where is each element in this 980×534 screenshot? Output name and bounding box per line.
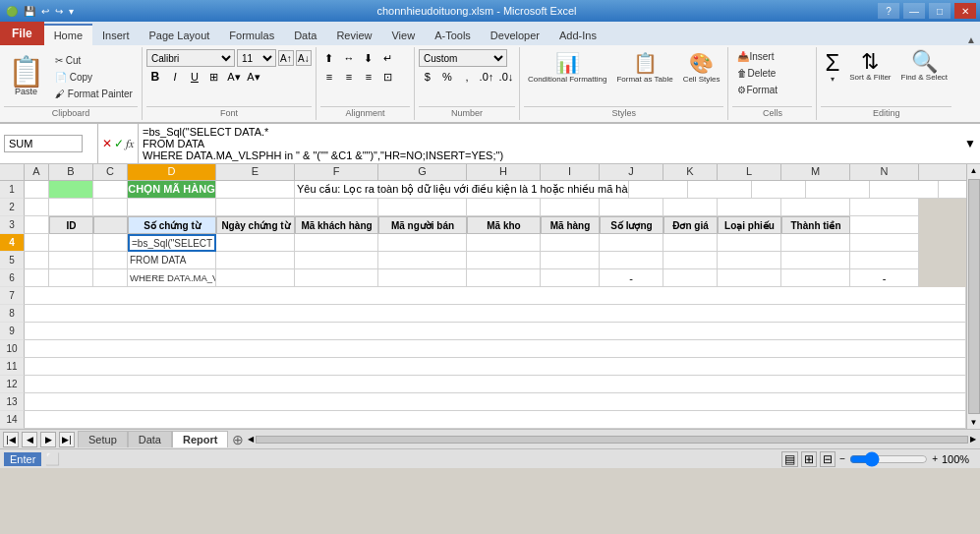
tab-first-btn[interactable]: |◀ <box>3 432 19 447</box>
underline-button[interactable]: U <box>186 68 203 86</box>
cell-F3-ma-khach-hang[interactable]: Mã khách hàng <box>295 216 378 234</box>
cell-K1[interactable] <box>752 181 806 199</box>
cell-B5[interactable] <box>49 252 93 269</box>
cell-row7[interactable] <box>25 287 966 305</box>
cell-J5[interactable] <box>600 252 663 269</box>
col-header-N[interactable]: N <box>850 164 919 180</box>
vertical-scrollbar[interactable]: ▲ ▼ <box>966 164 980 429</box>
tab-review[interactable]: Review <box>326 24 381 45</box>
align-left-btn[interactable]: ≡ <box>320 68 338 86</box>
cell-F1-instruction[interactable]: Yêu cầu: Lọc ra toàn bộ dữ liệu với điều… <box>295 181 629 199</box>
wrap-text-btn[interactable]: ↵ <box>379 49 397 67</box>
cell-B3-id[interactable]: ID <box>49 216 93 234</box>
tab-insert[interactable]: Insert <box>92 24 140 45</box>
cell-E3-ngay-chung-tu[interactable]: Ngày chứng từ <box>216 216 295 234</box>
cancel-formula-btn[interactable]: ✕ <box>102 137 112 150</box>
cell-B6[interactable] <box>49 269 93 287</box>
cell-row8[interactable] <box>25 305 966 323</box>
conditional-formatting-button[interactable]: 📊 Conditional Formatting <box>524 49 610 87</box>
align-middle-btn[interactable]: ↔ <box>340 49 358 67</box>
border-button[interactable]: ⊞ <box>205 68 223 86</box>
paste-button[interactable]: 📋 Paste <box>4 55 48 98</box>
cell-N1[interactable] <box>939 181 966 199</box>
cell-K6[interactable] <box>663 269 718 287</box>
copy-button[interactable]: 📄 Copy <box>50 70 138 85</box>
cell-M1[interactable] <box>870 181 939 199</box>
page-break-view-btn[interactable]: ⊟ <box>820 451 836 467</box>
save-quick-btn[interactable]: 💾 <box>22 6 37 17</box>
scroll-left-btn[interactable]: ◀ <box>248 435 254 444</box>
autosum-button[interactable]: Σ ▾ <box>821 49 843 86</box>
col-header-A[interactable]: A <box>25 164 49 180</box>
cell-J4[interactable] <box>600 234 663 252</box>
col-header-I[interactable]: I <box>541 164 600 180</box>
tab-developer[interactable]: Developer <box>481 24 549 45</box>
number-format-select[interactable]: Custom <box>419 49 507 67</box>
cell-I5[interactable] <box>541 252 600 269</box>
page-layout-view-btn[interactable]: ⊞ <box>801 451 817 467</box>
cell-D1-btn[interactable]: CHỌN MÃ HÀNG <box>128 181 216 199</box>
delete-cells-btn[interactable]: 🗑 Delete <box>732 66 812 81</box>
normal-view-btn[interactable]: ▤ <box>781 451 798 467</box>
sheet-tab-setup[interactable]: Setup <box>78 431 128 447</box>
cell-row14[interactable] <box>25 411 966 429</box>
cell-D5-formula[interactable]: FROM DATA <box>128 252 216 269</box>
cell-K5[interactable] <box>663 252 718 269</box>
italic-button[interactable]: I <box>166 68 184 86</box>
col-header-D[interactable]: D <box>128 164 216 180</box>
tab-add-ins[interactable]: Add-Ins <box>549 24 606 45</box>
cell-M3-thanh-tien[interactable]: Thành tiền <box>781 216 850 234</box>
cell-L4[interactable] <box>718 234 781 252</box>
cell-M5[interactable] <box>781 252 850 269</box>
close-btn[interactable]: ✕ <box>954 3 976 19</box>
cell-H3-ma-kho[interactable]: Mã kho <box>467 216 541 234</box>
cell-F5[interactable] <box>295 252 378 269</box>
tab-formulas[interactable]: Formulas <box>219 24 284 45</box>
merge-btn[interactable]: ⊡ <box>379 68 397 86</box>
insert-function-btn[interactable]: 𝑓𝑥 <box>126 137 134 150</box>
cell-C3[interactable] <box>93 216 128 234</box>
cell-C2[interactable] <box>93 199 128 216</box>
col-header-M[interactable]: M <box>781 164 850 180</box>
cell-L5[interactable] <box>718 252 781 269</box>
cell-J1[interactable] <box>688 181 752 199</box>
tab-file[interactable]: File <box>0 22 44 45</box>
col-header-F[interactable]: F <box>295 164 378 180</box>
cell-N2[interactable] <box>850 199 919 216</box>
cell-row11[interactable] <box>25 358 966 376</box>
scroll-h-thumb[interactable] <box>256 436 968 444</box>
cell-K4[interactable] <box>663 234 718 252</box>
format-as-table-button[interactable]: 📋 Format as Table <box>612 49 676 87</box>
cut-button[interactable]: ✂ Cut <box>50 53 138 68</box>
cell-D2[interactable] <box>128 199 216 216</box>
cell-N3[interactable] <box>850 216 919 234</box>
cell-E4[interactable] <box>216 234 295 252</box>
col-header-L[interactable]: L <box>718 164 781 180</box>
cell-row13[interactable] <box>25 393 966 411</box>
cell-K3-don-gia[interactable]: Đơn giá <box>663 216 718 234</box>
cell-L1[interactable] <box>806 181 870 199</box>
cell-A4[interactable] <box>25 234 49 252</box>
cell-C1[interactable] <box>93 181 128 199</box>
font-color-button[interactable]: A▾ <box>245 68 262 86</box>
format-cells-btn[interactable]: ⚙ Format <box>732 83 812 97</box>
cell-H2[interactable] <box>467 199 541 216</box>
cell-C5[interactable] <box>93 252 128 269</box>
tab-last-btn[interactable]: ▶| <box>59 432 75 447</box>
font-increase-btn[interactable]: A↑ <box>278 50 294 66</box>
insert-sheet-btn[interactable]: ⊕ <box>232 432 244 447</box>
tab-home[interactable]: Home <box>44 24 92 45</box>
col-header-E[interactable]: E <box>216 164 295 180</box>
tab-atools[interactable]: A-Tools <box>425 24 481 45</box>
cell-A6[interactable] <box>25 269 49 287</box>
scroll-right-btn[interactable]: ▶ <box>970 435 976 444</box>
undo-quick-btn[interactable]: ↩ <box>39 6 51 17</box>
cell-J2[interactable] <box>600 199 663 216</box>
fill-color-button[interactable]: A▾ <box>225 68 243 86</box>
cell-G6[interactable] <box>378 269 467 287</box>
cell-I2[interactable] <box>541 199 600 216</box>
cell-G2[interactable] <box>378 199 467 216</box>
col-header-G[interactable]: G <box>378 164 467 180</box>
cell-I6[interactable] <box>541 269 600 287</box>
cell-C4[interactable] <box>93 234 128 252</box>
